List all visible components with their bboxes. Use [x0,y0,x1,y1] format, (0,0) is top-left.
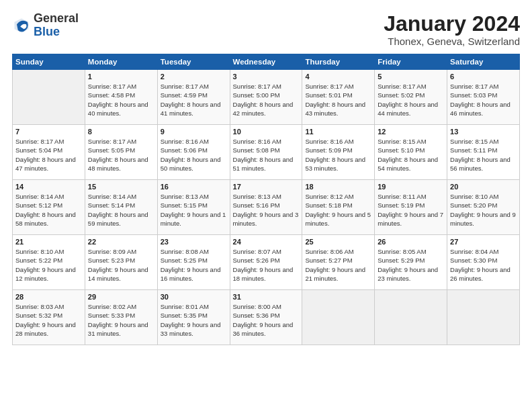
weekday-header: Friday [375,54,447,70]
day-number: 2 [161,73,227,81]
day-number: 1 [88,73,154,81]
day-number: 21 [15,238,82,246]
day-detail: Sunrise: 8:16 AMSunset: 5:06 PMDaylight:… [161,137,227,173]
header: General Blue January 2024 Thonex, Geneva… [12,12,520,47]
day-detail: Sunrise: 8:12 AMSunset: 5:18 PMDaylight:… [305,192,371,228]
calendar-day-cell: 6 Sunrise: 8:17 AMSunset: 5:03 PMDayligh… [447,70,520,125]
weekday-header: Wednesday [230,54,302,70]
day-detail: Sunrise: 8:16 AMSunset: 5:09 PMDaylight:… [305,137,371,173]
day-detail: Sunrise: 8:10 AMSunset: 5:20 PMDaylight:… [450,192,517,228]
day-detail: Sunrise: 8:04 AMSunset: 5:30 PMDaylight:… [450,247,517,283]
day-detail: Sunrise: 8:06 AMSunset: 5:27 PMDaylight:… [305,247,371,283]
calendar-day-cell: 23 Sunrise: 8:08 AMSunset: 5:25 PMDaylig… [157,235,230,290]
day-number: 20 [450,183,517,191]
calendar-week-row: 21 Sunrise: 8:10 AMSunset: 5:22 PMDaylig… [13,235,520,290]
day-detail: Sunrise: 8:16 AMSunset: 5:08 PMDaylight:… [233,137,300,173]
day-detail: Sunrise: 8:10 AMSunset: 5:22 PMDaylight:… [15,247,82,283]
day-detail: Sunrise: 8:09 AMSunset: 5:23 PMDaylight:… [88,247,154,283]
day-number: 4 [305,73,371,81]
day-number: 16 [161,183,227,191]
calendar-day-cell: 17 Sunrise: 8:13 AMSunset: 5:16 PMDaylig… [230,180,302,235]
calendar-day-cell: 28 Sunrise: 8:03 AMSunset: 5:32 PMDaylig… [13,290,85,345]
day-detail: Sunrise: 8:13 AMSunset: 5:16 PMDaylight:… [233,192,300,228]
day-number: 17 [233,183,300,191]
day-number: 7 [15,128,82,136]
day-number: 14 [15,183,82,191]
day-number: 28 [15,293,82,301]
calendar-day-cell: 12 Sunrise: 8:15 AMSunset: 5:10 PMDaylig… [375,125,447,180]
calendar-day-cell: 16 Sunrise: 8:13 AMSunset: 5:15 PMDaylig… [157,180,230,235]
calendar-day-cell: 14 Sunrise: 8:14 AMSunset: 5:12 PMDaylig… [13,180,85,235]
day-number: 24 [233,238,300,246]
calendar-table: SundayMondayTuesdayWednesdayThursdayFrid… [12,54,520,345]
day-detail: Sunrise: 8:17 AMSunset: 5:04 PMDaylight:… [15,137,82,173]
subtitle: Thonex, Geneva, Switzerland [384,36,520,47]
day-detail: Sunrise: 8:15 AMSunset: 5:10 PMDaylight:… [378,137,444,173]
title-block: January 2024 Thonex, Geneva, Switzerland [384,12,520,47]
calendar-day-cell: 9 Sunrise: 8:16 AMSunset: 5:06 PMDayligh… [157,125,230,180]
calendar-day-cell: 25 Sunrise: 8:06 AMSunset: 5:27 PMDaylig… [302,235,375,290]
day-number: 29 [88,293,154,301]
day-detail: Sunrise: 8:00 AMSunset: 5:36 PMDaylight:… [233,302,300,338]
day-detail: Sunrise: 8:17 AMSunset: 5:00 PMDaylight:… [233,82,300,118]
day-number: 31 [233,293,300,301]
calendar-day-cell: 2 Sunrise: 8:17 AMSunset: 4:59 PMDayligh… [157,70,230,125]
logo-general: General [34,11,79,25]
calendar-day-cell: 1 Sunrise: 8:17 AMSunset: 4:58 PMDayligh… [85,70,157,125]
calendar-week-row: 7 Sunrise: 8:17 AMSunset: 5:04 PMDayligh… [13,125,520,180]
weekday-header: Thursday [302,54,375,70]
day-number: 18 [305,183,371,191]
logo-blue: Blue [34,25,60,38]
calendar-week-row: 14 Sunrise: 8:14 AMSunset: 5:12 PMDaylig… [13,180,520,235]
calendar-week-row: 28 Sunrise: 8:03 AMSunset: 5:32 PMDaylig… [13,290,520,345]
day-detail: Sunrise: 8:03 AMSunset: 5:32 PMDaylight:… [15,302,82,338]
day-detail: Sunrise: 8:15 AMSunset: 5:11 PMDaylight:… [450,137,517,173]
day-number: 6 [450,73,517,81]
day-detail: Sunrise: 8:02 AMSunset: 5:33 PMDaylight:… [88,302,154,338]
day-number: 27 [450,238,517,246]
day-detail: Sunrise: 8:14 AMSunset: 5:12 PMDaylight:… [15,192,82,228]
weekday-header-row: SundayMondayTuesdayWednesdayThursdayFrid… [13,54,520,70]
day-detail: Sunrise: 8:17 AMSunset: 4:59 PMDaylight:… [161,82,227,118]
day-detail: Sunrise: 8:08 AMSunset: 5:25 PMDaylight:… [161,247,227,283]
day-detail: Sunrise: 8:17 AMSunset: 5:02 PMDaylight:… [378,82,444,118]
logo: General Blue [12,12,79,39]
day-number: 9 [161,128,227,136]
day-detail: Sunrise: 8:01 AMSunset: 5:35 PMDaylight:… [161,302,227,338]
calendar-day-cell: 30 Sunrise: 8:01 AMSunset: 5:35 PMDaylig… [157,290,230,345]
calendar-day-cell: 8 Sunrise: 8:17 AMSunset: 5:05 PMDayligh… [85,125,157,180]
page: General Blue January 2024 Thonex, Geneva… [0,0,532,411]
calendar-day-cell: 24 Sunrise: 8:07 AMSunset: 5:26 PMDaylig… [230,235,302,290]
logo-icon [12,16,31,35]
logo-text: General Blue [34,12,79,39]
weekday-header: Tuesday [157,54,230,70]
calendar-day-cell [13,70,85,125]
calendar-day-cell: 13 Sunrise: 8:15 AMSunset: 5:11 PMDaylig… [447,125,520,180]
calendar-day-cell: 11 Sunrise: 8:16 AMSunset: 5:09 PMDaylig… [302,125,375,180]
calendar-day-cell: 31 Sunrise: 8:00 AMSunset: 5:36 PMDaylig… [230,290,302,345]
calendar-day-cell: 26 Sunrise: 8:05 AMSunset: 5:29 PMDaylig… [375,235,447,290]
calendar-day-cell: 21 Sunrise: 8:10 AMSunset: 5:22 PMDaylig… [13,235,85,290]
calendar-day-cell [302,290,375,345]
day-detail: Sunrise: 8:14 AMSunset: 5:14 PMDaylight:… [88,192,154,228]
day-detail: Sunrise: 8:13 AMSunset: 5:15 PMDaylight:… [161,192,227,228]
day-detail: Sunrise: 8:05 AMSunset: 5:29 PMDaylight:… [378,247,444,283]
day-number: 23 [161,238,227,246]
calendar-day-cell: 7 Sunrise: 8:17 AMSunset: 5:04 PMDayligh… [13,125,85,180]
calendar-week-row: 1 Sunrise: 8:17 AMSunset: 4:58 PMDayligh… [13,70,520,125]
calendar-day-cell: 3 Sunrise: 8:17 AMSunset: 5:00 PMDayligh… [230,70,302,125]
weekday-header: Saturday [447,54,520,70]
calendar-day-cell: 15 Sunrise: 8:14 AMSunset: 5:14 PMDaylig… [85,180,157,235]
day-detail: Sunrise: 8:17 AMSunset: 5:03 PMDaylight:… [450,82,517,118]
calendar-day-cell: 19 Sunrise: 8:11 AMSunset: 5:19 PMDaylig… [375,180,447,235]
day-detail: Sunrise: 8:11 AMSunset: 5:19 PMDaylight:… [378,192,444,228]
day-number: 22 [88,238,154,246]
month-title: January 2024 [384,12,520,36]
calendar-day-cell: 27 Sunrise: 8:04 AMSunset: 5:30 PMDaylig… [447,235,520,290]
calendar-day-cell: 29 Sunrise: 8:02 AMSunset: 5:33 PMDaylig… [85,290,157,345]
day-detail: Sunrise: 8:17 AMSunset: 5:01 PMDaylight:… [305,82,371,118]
day-detail: Sunrise: 8:07 AMSunset: 5:26 PMDaylight:… [233,247,300,283]
weekday-header: Monday [85,54,157,70]
day-number: 30 [161,293,227,301]
day-number: 26 [378,238,444,246]
